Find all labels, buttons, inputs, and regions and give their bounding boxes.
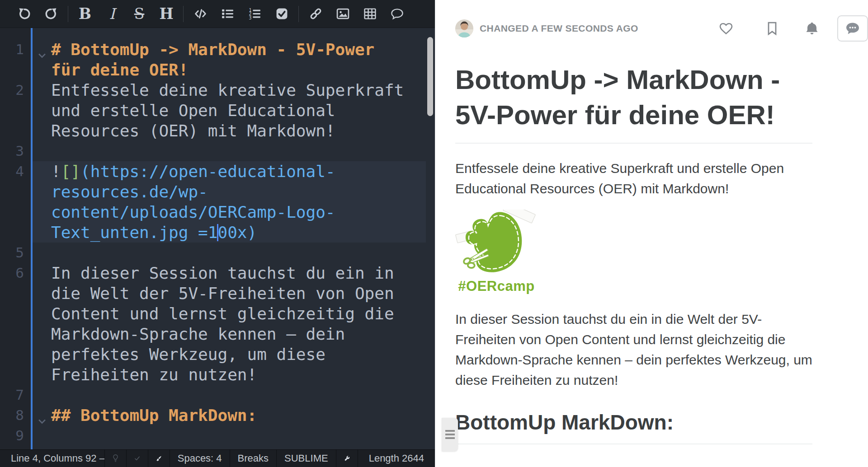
code-token: 00x) — [217, 223, 257, 242]
comments-button[interactable] — [837, 15, 868, 42]
italic-icon: I — [109, 6, 115, 21]
editor-line[interactable]: 3 — [0, 141, 435, 161]
theme-button[interactable] — [148, 450, 170, 467]
line-number: 4 — [0, 161, 24, 182]
comment-button[interactable] — [389, 5, 405, 23]
notifications-button[interactable] — [805, 21, 819, 36]
text-cursor — [217, 224, 218, 241]
code-icon — [194, 7, 207, 20]
undo-icon — [18, 7, 31, 20]
list-ul-button[interactable] — [220, 5, 235, 23]
editor-content[interactable]: 1# BottomUp -> MarkDown - 5V-Power für d… — [0, 39, 435, 449]
status-bar: Line 4, Columns 92 — 21 Spaces: 4 Breaks… — [0, 449, 435, 467]
code-token: Entfessele deine kreative Superkraft und… — [51, 81, 414, 140]
keymap-setting[interactable]: SUBLIME — [277, 450, 336, 467]
line-gutter[interactable]: 2 — [0, 80, 51, 141]
editor-line[interactable]: 6In dieser Session tauchst du ein in die… — [0, 263, 435, 385]
cursor-position: Line 4, Columns 92 — 21 — [0, 450, 105, 467]
strikethrough-icon: S — [134, 6, 145, 21]
breaks-setting[interactable]: Breaks — [230, 450, 277, 467]
editor-pane: BISH123 1# BottomUp -> MarkDown - 5V-Pow… — [0, 0, 435, 467]
note-info-header: CHANGED A FEW SECONDS AGO — [455, 14, 868, 43]
italic-button[interactable]: I — [104, 5, 120, 23]
line-gutter[interactable]: 7 — [0, 385, 51, 405]
spellcheck-button[interactable] — [127, 450, 148, 467]
list-ol-button[interactable]: 123 — [247, 5, 262, 23]
spaces-setting[interactable]: Spaces: 4 — [170, 450, 230, 467]
table-button[interactable] — [362, 5, 377, 23]
oercamp-logo-image: #OERcamp — [455, 210, 538, 294]
preview-pane: CHANGED A FEW SECONDS AGO BottomUp -> Ma… — [435, 0, 868, 467]
line-number: 2 — [0, 80, 24, 100]
oercamp-logo-text: #OERcamp — [455, 278, 538, 294]
code-editor[interactable]: 1# BottomUp -> MarkDown - 5V-Power für d… — [0, 28, 435, 449]
editor-line[interactable]: 5 — [0, 243, 435, 263]
line-text — [51, 141, 409, 161]
editor-line[interactable]: 8## BottomUp MarkDown: — [0, 405, 435, 425]
editor-scrollbar[interactable] — [427, 37, 433, 116]
heading-icon: H — [159, 6, 173, 21]
line-text — [51, 425, 409, 446]
bold-button[interactable]: B — [77, 5, 93, 23]
code-button[interactable] — [193, 5, 208, 23]
pane-resize-handle[interactable] — [442, 418, 458, 451]
line-gutter[interactable]: 10 — [0, 446, 51, 449]
link-button[interactable] — [308, 5, 323, 23]
code-token: In dieser Session tauchst du ein in die … — [51, 264, 404, 384]
rendered-paragraph-1: Entfessele deine kreative Superkraft und… — [455, 158, 812, 199]
editor-toolbar: BISH123 — [0, 0, 435, 28]
line-number: 10 — [0, 446, 24, 449]
line-number: 6 — [0, 263, 24, 283]
line-gutter[interactable]: 9 — [0, 425, 51, 446]
last-changed-label: CHANGED A FEW SECONDS AGO — [480, 23, 638, 34]
check-square-button[interactable] — [274, 5, 289, 23]
editor-line[interactable]: 4![](https://open-educational-resources.… — [0, 161, 435, 243]
line-gutter[interactable]: 5 — [0, 243, 51, 263]
redo-button[interactable] — [43, 5, 59, 23]
line-gutter[interactable]: 1 — [0, 39, 51, 80]
line-gutter[interactable]: 4 — [0, 161, 51, 243]
night-mode-button[interactable] — [105, 450, 127, 467]
toolbar-group: BISH — [68, 5, 183, 23]
image-button[interactable] — [335, 5, 350, 23]
redo-icon — [45, 7, 58, 20]
line-text: Entfessele deine kreative Superkraft und… — [51, 80, 409, 141]
editor-line[interactable]: 7 — [0, 385, 435, 405]
editor-line[interactable]: 1# BottomUp -> MarkDown - 5V-Power für d… — [0, 39, 435, 80]
line-number: 8 — [0, 405, 24, 425]
line-gutter[interactable]: 6 — [0, 263, 51, 385]
line-gutter[interactable]: 3 — [0, 141, 51, 161]
line-number: 5 — [0, 243, 24, 263]
code-token: **Verwahren & Vervielfältigen** — [51, 447, 355, 449]
line-number: 7 — [0, 385, 24, 405]
toolbar-group: 123 — [184, 5, 298, 23]
table-icon — [363, 7, 377, 20]
code-token: ## BottomUp MarkDown: — [51, 406, 257, 425]
gutter-divider — [31, 28, 33, 449]
fold-chevron-down-icon[interactable] — [37, 411, 47, 420]
fold-chevron-down-icon[interactable] — [37, 45, 47, 55]
preferences-button[interactable] — [336, 450, 358, 467]
code-token: (https://open-educational-resources.de/w… — [51, 162, 335, 242]
code-token: [] — [61, 162, 80, 181]
editor-line[interactable]: 10**Verwahren & Vervielfältigen** — [0, 446, 435, 449]
line-number: 3 — [0, 141, 24, 161]
bookmark-button[interactable] — [765, 21, 779, 36]
strikethrough-button[interactable]: S — [132, 5, 147, 23]
comment-icon — [391, 7, 404, 20]
editor-line[interactable]: 2Entfessele deine kreative Superkraft un… — [0, 80, 435, 141]
line-text — [51, 385, 409, 405]
line-gutter[interactable]: 8 — [0, 405, 51, 425]
image-icon — [336, 7, 349, 20]
code-token: # BottomUp -> MarkDown - 5V-Power für de… — [51, 40, 384, 79]
favorite-button[interactable] — [719, 21, 733, 36]
line-text: In dieser Session tauchst du ein in die … — [51, 263, 409, 385]
undo-button[interactable] — [16, 5, 32, 23]
rendered-title: BottomUp -> MarkDown - 5V-Power für dein… — [455, 62, 812, 144]
rendered-heading-2: BottomUp MarkDown: — [455, 410, 812, 444]
check-square-icon — [275, 7, 288, 20]
heading-button[interactable]: H — [159, 5, 174, 23]
line-text — [51, 243, 409, 263]
toolbar-group — [7, 5, 68, 23]
editor-line[interactable]: 9 — [0, 425, 435, 446]
